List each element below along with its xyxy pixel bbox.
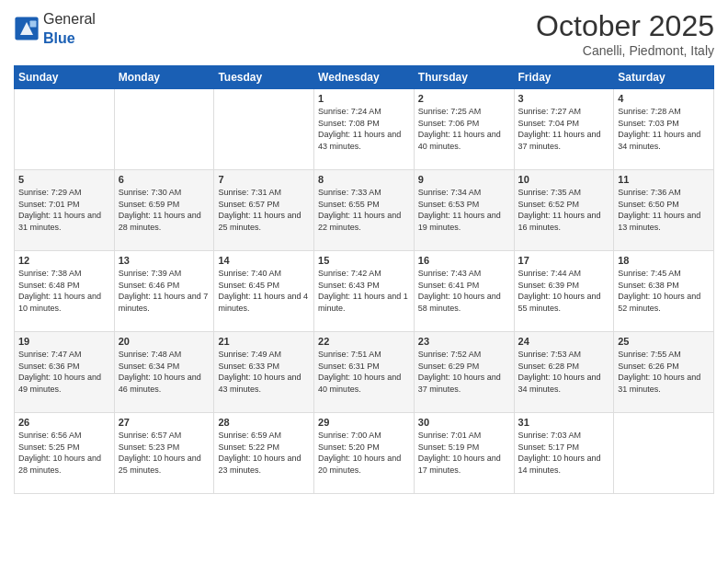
day-number: 14 [218, 255, 310, 266]
header: General Blue October 2025 Canelli, Piedm… [14, 9, 714, 58]
calendar-cell: 17Sunrise: 7:44 AMSunset: 6:39 PMDayligh… [514, 251, 614, 332]
day-number: 31 [518, 417, 610, 428]
calendar-cell [214, 89, 314, 170]
calendar-table: Sunday Monday Tuesday Wednesday Thursday… [14, 65, 714, 494]
day-number: 8 [318, 174, 410, 185]
calendar-cell: 19Sunrise: 7:47 AMSunset: 6:36 PMDayligh… [15, 332, 115, 413]
logo-general-text: General Blue [43, 9, 96, 48]
day-number: 24 [518, 336, 610, 347]
calendar-cell: 5Sunrise: 7:29 AMSunset: 7:01 PMDaylight… [15, 170, 115, 251]
day-number: 12 [18, 255, 110, 266]
calendar-cell: 14Sunrise: 7:40 AMSunset: 6:45 PMDayligh… [214, 251, 314, 332]
calendar-row: 12Sunrise: 7:38 AMSunset: 6:48 PMDayligh… [15, 251, 714, 332]
day-number: 30 [418, 417, 510, 428]
cell-info: Sunrise: 7:36 AMSunset: 6:50 PMDaylight:… [618, 187, 710, 233]
day-number: 3 [518, 93, 610, 104]
cell-info: Sunrise: 6:56 AMSunset: 5:25 PMDaylight:… [18, 430, 110, 476]
col-sunday: Sunday [15, 66, 115, 89]
day-number: 25 [618, 336, 710, 347]
cell-info: Sunrise: 7:44 AMSunset: 6:39 PMDaylight:… [518, 268, 610, 314]
cell-info: Sunrise: 7:51 AMSunset: 6:31 PMDaylight:… [318, 349, 410, 395]
calendar-cell: 4Sunrise: 7:28 AMSunset: 7:03 PMDaylight… [614, 89, 714, 170]
cell-info: Sunrise: 7:25 AMSunset: 7:06 PMDaylight:… [418, 106, 510, 152]
calendar-cell: 28Sunrise: 6:59 AMSunset: 5:22 PMDayligh… [214, 413, 314, 494]
title-section: October 2025 Canelli, Piedmont, Italy [536, 9, 714, 58]
calendar-row: 26Sunrise: 6:56 AMSunset: 5:25 PMDayligh… [15, 413, 714, 494]
day-number: 21 [218, 336, 310, 347]
day-number: 9 [418, 174, 510, 185]
cell-info: Sunrise: 7:47 AMSunset: 6:36 PMDaylight:… [18, 349, 110, 395]
cell-info: Sunrise: 7:00 AMSunset: 5:20 PMDaylight:… [318, 430, 410, 476]
header-row: Sunday Monday Tuesday Wednesday Thursday… [15, 66, 714, 89]
calendar-cell: 27Sunrise: 6:57 AMSunset: 5:23 PMDayligh… [114, 413, 214, 494]
day-number: 17 [518, 255, 610, 266]
cell-info: Sunrise: 7:35 AMSunset: 6:52 PMDaylight:… [518, 187, 610, 233]
calendar-row: 5Sunrise: 7:29 AMSunset: 7:01 PMDaylight… [15, 170, 714, 251]
cell-info: Sunrise: 7:55 AMSunset: 6:26 PMDaylight:… [618, 349, 710, 395]
col-thursday: Thursday [414, 66, 514, 89]
day-number: 1 [318, 93, 410, 104]
calendar-cell: 21Sunrise: 7:49 AMSunset: 6:33 PMDayligh… [214, 332, 314, 413]
calendar-cell [114, 89, 214, 170]
cell-info: Sunrise: 7:52 AMSunset: 6:29 PMDaylight:… [418, 349, 510, 395]
day-number: 26 [18, 417, 110, 428]
calendar-cell: 12Sunrise: 7:38 AMSunset: 6:48 PMDayligh… [15, 251, 115, 332]
day-number: 6 [119, 174, 210, 185]
calendar-cell: 20Sunrise: 7:48 AMSunset: 6:34 PMDayligh… [114, 332, 214, 413]
calendar-cell: 2Sunrise: 7:25 AMSunset: 7:06 PMDaylight… [414, 89, 514, 170]
cell-info: Sunrise: 7:38 AMSunset: 6:48 PMDaylight:… [18, 268, 110, 314]
calendar-cell [614, 413, 714, 494]
cell-info: Sunrise: 7:49 AMSunset: 6:33 PMDaylight:… [218, 349, 310, 395]
cell-info: Sunrise: 7:43 AMSunset: 6:41 PMDaylight:… [418, 268, 510, 314]
page: General Blue October 2025 Canelli, Piedm… [0, 0, 728, 563]
cell-info: Sunrise: 7:31 AMSunset: 6:57 PMDaylight:… [218, 187, 310, 233]
day-number: 11 [618, 174, 710, 185]
calendar-cell: 3Sunrise: 7:27 AMSunset: 7:04 PMDaylight… [514, 89, 614, 170]
cell-info: Sunrise: 7:29 AMSunset: 7:01 PMDaylight:… [18, 187, 110, 233]
col-wednesday: Wednesday [314, 66, 415, 89]
day-number: 10 [518, 174, 610, 185]
day-number: 7 [218, 174, 310, 185]
cell-info: Sunrise: 6:59 AMSunset: 5:22 PMDaylight:… [218, 430, 310, 476]
calendar-cell: 18Sunrise: 7:45 AMSunset: 6:38 PMDayligh… [614, 251, 714, 332]
cell-info: Sunrise: 7:27 AMSunset: 7:04 PMDaylight:… [518, 106, 610, 152]
cell-info: Sunrise: 7:28 AMSunset: 7:03 PMDaylight:… [618, 106, 710, 152]
calendar-cell: 13Sunrise: 7:39 AMSunset: 6:46 PMDayligh… [114, 251, 214, 332]
cell-info: Sunrise: 7:48 AMSunset: 6:34 PMDaylight:… [119, 349, 210, 395]
calendar-cell: 16Sunrise: 7:43 AMSunset: 6:41 PMDayligh… [414, 251, 514, 332]
calendar-cell: 8Sunrise: 7:33 AMSunset: 6:55 PMDaylight… [314, 170, 415, 251]
calendar-cell: 1Sunrise: 7:24 AMSunset: 7:08 PMDaylight… [314, 89, 415, 170]
logo: General Blue [14, 9, 96, 48]
day-number: 16 [418, 255, 510, 266]
cell-info: Sunrise: 7:39 AMSunset: 6:46 PMDaylight:… [119, 268, 210, 314]
cell-info: Sunrise: 7:03 AMSunset: 5:17 PMDaylight:… [518, 430, 610, 476]
calendar-cell: 25Sunrise: 7:55 AMSunset: 6:26 PMDayligh… [614, 332, 714, 413]
calendar-row: 1Sunrise: 7:24 AMSunset: 7:08 PMDaylight… [15, 89, 714, 170]
day-number: 29 [318, 417, 410, 428]
cell-info: Sunrise: 7:24 AMSunset: 7:08 PMDaylight:… [318, 106, 410, 152]
day-number: 2 [418, 93, 510, 104]
day-number: 4 [618, 93, 710, 104]
day-number: 15 [318, 255, 410, 266]
calendar-cell: 11Sunrise: 7:36 AMSunset: 6:50 PMDayligh… [614, 170, 714, 251]
calendar-row: 19Sunrise: 7:47 AMSunset: 6:36 PMDayligh… [15, 332, 714, 413]
cell-info: Sunrise: 7:53 AMSunset: 6:28 PMDaylight:… [518, 349, 610, 395]
day-number: 18 [618, 255, 710, 266]
calendar-cell: 30Sunrise: 7:01 AMSunset: 5:19 PMDayligh… [414, 413, 514, 494]
day-number: 23 [418, 336, 510, 347]
cell-info: Sunrise: 7:33 AMSunset: 6:55 PMDaylight:… [318, 187, 410, 233]
cell-info: Sunrise: 6:57 AMSunset: 5:23 PMDaylight:… [119, 430, 210, 476]
day-number: 20 [119, 336, 210, 347]
calendar-cell: 7Sunrise: 7:31 AMSunset: 6:57 PMDaylight… [214, 170, 314, 251]
cell-info: Sunrise: 7:40 AMSunset: 6:45 PMDaylight:… [218, 268, 310, 314]
calendar-cell [15, 89, 115, 170]
calendar-cell: 22Sunrise: 7:51 AMSunset: 6:31 PMDayligh… [314, 332, 415, 413]
calendar-cell: 29Sunrise: 7:00 AMSunset: 5:20 PMDayligh… [314, 413, 415, 494]
day-number: 28 [218, 417, 310, 428]
cell-info: Sunrise: 7:01 AMSunset: 5:19 PMDaylight:… [418, 430, 510, 476]
calendar-cell: 26Sunrise: 6:56 AMSunset: 5:25 PMDayligh… [15, 413, 115, 494]
calendar-cell: 6Sunrise: 7:30 AMSunset: 6:59 PMDaylight… [114, 170, 214, 251]
col-tuesday: Tuesday [214, 66, 314, 89]
cell-info: Sunrise: 7:45 AMSunset: 6:38 PMDaylight:… [618, 268, 710, 314]
calendar-cell: 10Sunrise: 7:35 AMSunset: 6:52 PMDayligh… [514, 170, 614, 251]
